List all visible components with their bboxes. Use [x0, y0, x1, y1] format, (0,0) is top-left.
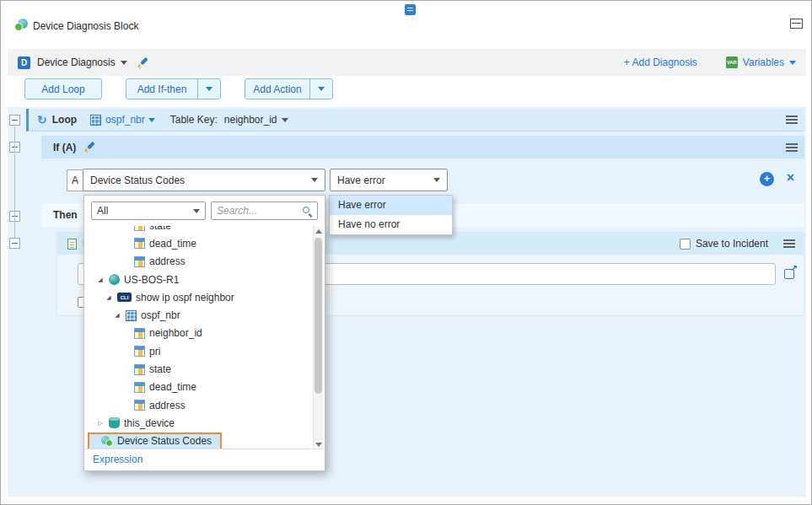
add-if-then-dropdown[interactable] [197, 79, 220, 99]
tree-item[interactable]: neighbor_id [86, 325, 311, 342]
tree-filter-select[interactable]: All [91, 201, 206, 220]
expand-editor-icon[interactable] [784, 266, 797, 279]
tree-item-label: dead_time [149, 238, 196, 250]
tree-item[interactable]: dead_time [86, 379, 311, 396]
tree-scrollbar[interactable] [313, 226, 323, 450]
remove-condition-button[interactable] [787, 170, 794, 185]
twisty-expanded-icon[interactable]: ◢ [113, 312, 121, 319]
column-icon [134, 238, 145, 249]
operator-option[interactable]: Have no error [330, 215, 452, 234]
loop-block-header: ↻ Loop ospf_nbr Table Key: neighbor_id [26, 109, 804, 132]
variables-button[interactable]: Variables [743, 56, 784, 68]
loop-label: Loop [52, 114, 77, 126]
add-action-button[interactable]: Add Action [245, 78, 333, 99]
add-if-then-label[interactable]: Add If-then [126, 79, 197, 99]
chevron-down-icon[interactable] [789, 61, 796, 65]
save-to-incident-checkbox[interactable] [680, 239, 691, 250]
if-menu-icon[interactable] [786, 143, 798, 152]
tree-item[interactable]: address [86, 253, 311, 271]
chevron-down-icon[interactable] [121, 61, 127, 65]
tree-items: statedead_timeaddress◢US-BOS-R1◢show ip … [86, 226, 311, 450]
loop-menu-icon[interactable] [786, 116, 798, 124]
add-if-then-button[interactable]: Add If-then [126, 78, 221, 99]
tree-item-label: US-BOS-R1 [124, 274, 179, 286]
tree-item[interactable]: ◢show ip ospf neighbor [86, 288, 311, 306]
edit-condition-icon[interactable] [84, 142, 95, 153]
toolbar-right: + Add Diagnosis Variables [624, 56, 796, 68]
table-icon [90, 115, 101, 126]
table-key-label: Table Key: [170, 114, 218, 126]
operator-value: Have error [337, 175, 385, 186]
add-action-dropdown[interactable] [309, 79, 332, 99]
titlebar: Device Diagnosis Block [1, 1, 811, 48]
diagnosis-doc-icon [67, 239, 77, 250]
variables-icon [726, 56, 738, 68]
scroll-down-icon[interactable] [315, 443, 322, 447]
tree-item-label: Device Status Codes [117, 435, 212, 447]
expression-link[interactable]: Expression [93, 454, 143, 465]
action-buttons-row: Add Loop Add If-then Add Action [8, 78, 333, 99]
tree-search-box [211, 201, 318, 220]
operand-select[interactable]: Device Status Codes [83, 169, 325, 191]
then-label: Then [53, 209, 78, 221]
tree-item-label: address [149, 400, 186, 411]
chevron-down-icon [311, 178, 318, 182]
edit-diagnosis-icon[interactable] [137, 57, 148, 68]
tree-item[interactable]: Device Status Codes [88, 432, 222, 450]
tree-item[interactable]: state [86, 226, 311, 234]
tree-item-label: address [149, 255, 186, 267]
twisty-collapsed-icon[interactable]: ▷ [96, 420, 105, 427]
tree-item-label: show ip ospf neighbor [136, 292, 234, 304]
collapse-panel-icon[interactable] [790, 19, 803, 29]
collapse-diagnosis-button[interactable] [9, 238, 20, 249]
cli-icon [117, 293, 132, 302]
tree-filter-value: All [97, 205, 108, 217]
diagnosis-block-icon [14, 19, 28, 31]
column-icon [134, 400, 145, 411]
chevron-down-icon [206, 87, 212, 91]
device-diagnosis-block-window: Device Diagnosis Block D Device Diagnosi… [0, 0, 812, 505]
scroll-up-icon[interactable] [315, 229, 322, 234]
diagnosis-selector[interactable]: Device Diagnosis [37, 56, 116, 68]
toolbar: D Device Diagnosis + Add Diagnosis Varia… [8, 49, 806, 76]
column-icon [134, 256, 145, 267]
column-icon [134, 328, 145, 339]
chevron-down-icon [318, 87, 325, 91]
condition-row: A Device Status Codes Have error [41, 158, 804, 197]
drag-handle-icon[interactable] [405, 4, 416, 15]
tree-item[interactable]: ◢US-BOS-R1 [86, 271, 311, 288]
if-block-header: If (A) [41, 136, 804, 158]
add-diagnosis-button[interactable]: + Add Diagnosis [624, 56, 697, 68]
column-icon [134, 226, 145, 231]
operator-select[interactable]: Have error [330, 169, 448, 191]
tree-popup-footer: Expression [84, 449, 325, 470]
device-icon [109, 274, 120, 285]
scrollbar-thumb[interactable] [315, 238, 322, 394]
diagnosis-menu-icon[interactable] [783, 239, 795, 248]
tree-item[interactable]: dead_time [86, 234, 311, 252]
tree-item-label: state [149, 363, 171, 375]
add-action-label[interactable]: Add Action [245, 79, 309, 99]
search-icon[interactable] [302, 206, 313, 217]
tree-item[interactable]: pri [86, 342, 311, 360]
add-loop-button[interactable]: Add Loop [24, 78, 102, 99]
tree-item[interactable]: ▷this_device [86, 414, 311, 432]
tree-item[interactable]: address [86, 396, 311, 414]
diagnosis-badge: D [18, 56, 30, 69]
twisty-expanded-icon[interactable]: ◢ [105, 294, 113, 301]
chevron-down-icon[interactable] [282, 118, 288, 122]
column-icon [134, 382, 145, 393]
tree-item[interactable]: state [86, 360, 311, 378]
variable-tree-popup: All statedead_timeaddress◢US-BOS-R1◢show… [83, 195, 325, 471]
collapse-loop-button[interactable] [9, 115, 20, 126]
twisty-expanded-icon[interactable]: ◢ [96, 277, 105, 283]
loop-table-select[interactable]: ospf_nbr [105, 114, 145, 126]
tree-item[interactable]: ◢ospf_nbr [86, 306, 311, 324]
chevron-down-icon[interactable] [148, 118, 155, 122]
operator-option[interactable]: Have error [330, 196, 452, 215]
add-condition-button[interactable] [760, 172, 774, 186]
tree-item-label: pri [149, 346, 160, 357]
operator-dropdown-menu: Have errorHave no error [329, 195, 453, 235]
tree-item-label: neighbor_id [149, 327, 202, 339]
table-key-select[interactable]: neighbor_id [224, 114, 277, 126]
